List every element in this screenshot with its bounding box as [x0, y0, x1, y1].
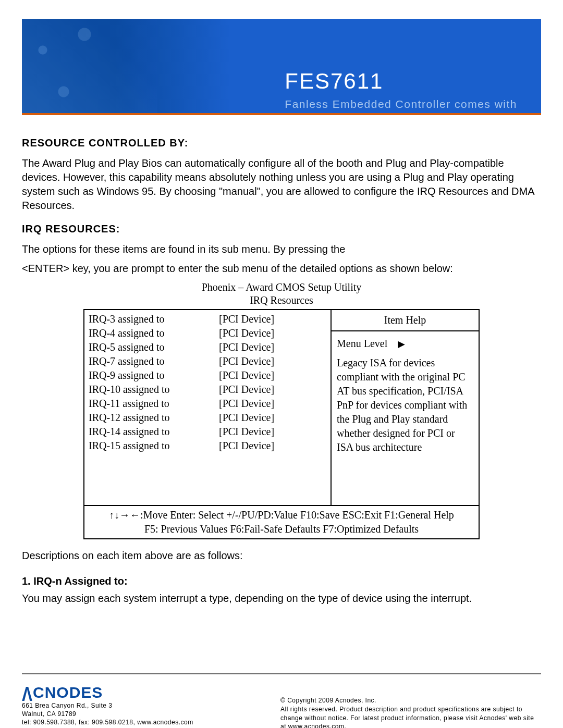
irq-label: IRQ-10 assigned to [84, 382, 215, 397]
page-footer: ΛCNODES 661 Brea Canyon Rd., Suite 3 Wal… [22, 673, 541, 728]
irq-label: IRQ-7 assigned to [84, 354, 215, 368]
resource-controlled-body: The Award Plug and Play Bios can automat… [22, 156, 541, 213]
irq-label: IRQ-4 assigned to [84, 326, 215, 340]
bios-irq-list: IRQ-3 assigned to[PCI Device] IRQ-4 assi… [84, 310, 331, 505]
menu-level-label: Menu Level [337, 338, 387, 349]
bios-screenshot: Phoenix – Award CMOS Setup Utility IRQ R… [83, 281, 480, 539]
table-row: IRQ-10 assigned to[PCI Device] [84, 382, 331, 397]
table-row: IRQ-4 assigned to[PCI Device] [84, 326, 331, 340]
header-banner: FES7611 Fanless Embedded Controller come… [22, 19, 541, 115]
table-row: IRQ-14 assigned to[PCI Device] [84, 425, 331, 439]
logo-text: CNODES [33, 684, 103, 701]
irq-label: IRQ-15 assigned to [84, 439, 215, 453]
disclaimer-text: All rights reserved. Product description… [280, 705, 541, 728]
irq-label: IRQ-14 assigned to [84, 425, 215, 439]
acnodes-logo: ΛCNODES [22, 684, 193, 701]
irq-label: IRQ-9 assigned to [84, 368, 215, 382]
bios-help-panel: Item Help Menu Level ▶ Legacy ISA for de… [331, 310, 479, 505]
descriptions-follow: Descriptions on each item above are as f… [22, 549, 541, 563]
item-help-body: Menu Level ▶ Legacy ISA for devices comp… [332, 331, 479, 505]
irq-value: [PCI Device] [215, 368, 331, 382]
irq-value: [PCI Device] [215, 425, 331, 439]
address-line2: Walnut, CA 91789 [22, 710, 193, 718]
table-row: IRQ-9 assigned to[PCI Device] [84, 368, 331, 382]
product-code: FES7611 [285, 69, 517, 94]
arrow-right-icon: ▶ [398, 339, 405, 349]
product-desc-line1: Fanless Embedded Controller comes with [285, 98, 517, 110]
irq-value: [PCI Device] [215, 312, 331, 326]
item-help-title: Item Help [332, 310, 479, 331]
resource-controlled-heading: RESOURCE CONTROLLED BY: [22, 137, 541, 149]
copyright-line: © Copyright 2009 Acnodes, Inc. [280, 696, 541, 705]
table-row: IRQ-3 assigned to[PCI Device] [84, 312, 331, 326]
address-line1: 661 Brea Canyon Rd., Suite 3 [22, 701, 193, 710]
bios-footer-line2: F5: Previous Values F6:Fail-Safe Default… [88, 522, 475, 536]
banner-text-block: FES7611 Fanless Embedded Controller come… [285, 69, 517, 115]
table-row: IRQ-11 assigned to[PCI Device] [84, 397, 331, 411]
irq-value: [PCI Device] [215, 326, 331, 340]
product-desc-line2: Intel Celeron M ULV 1.0GHz Processor [285, 112, 503, 115]
table-row: IRQ-5 assigned to[PCI Device] [84, 340, 331, 354]
irq-resources-heading: IRQ RESOURCES: [22, 223, 541, 235]
page-content: RESOURCE CONTROLLED BY: The Award Plug a… [22, 115, 541, 606]
bios-title: Phoenix – Award CMOS Setup Utility IRQ R… [83, 281, 480, 307]
irq-label: IRQ-12 assigned to [84, 411, 215, 425]
footer-right: © Copyright 2009 Acnodes, Inc. All right… [280, 684, 541, 728]
bios-title-line2: IRQ Resources [250, 294, 313, 306]
table-row: IRQ-15 assigned to[PCI Device] [84, 439, 331, 453]
bios-main-area: IRQ-3 assigned to[PCI Device] IRQ-4 assi… [84, 310, 479, 505]
irq-body-1: The options for these items are found in… [22, 242, 541, 256]
footer-address: 661 Brea Canyon Rd., Suite 3 Walnut, CA … [22, 701, 193, 727]
banner-decoration [22, 19, 157, 115]
irq-label: IRQ-5 assigned to [84, 340, 215, 354]
irqn-assigned-body: You may assign each system interrupt a t… [22, 591, 541, 606]
address-line3: tel: 909.598.7388, fax: 909.598.0218, ww… [22, 718, 193, 726]
irq-value: [PCI Device] [215, 340, 331, 354]
bios-footer: ↑↓→←:Move Enter: Select +/-/PU/PD:Value … [84, 505, 479, 538]
product-description: Fanless Embedded Controller comes with I… [285, 97, 517, 115]
table-row: IRQ-12 assigned to[PCI Device] [84, 411, 331, 425]
irqn-assigned-heading: 1. IRQ-n Assigned to: [22, 575, 541, 587]
irq-value: [PCI Device] [215, 397, 331, 411]
irq-value: [PCI Device] [215, 382, 331, 397]
irq-value: [PCI Device] [215, 439, 331, 453]
irq-label: IRQ-11 assigned to [84, 397, 215, 411]
bios-title-line1: Phoenix – Award CMOS Setup Utility [202, 281, 362, 293]
irq-value: [PCI Device] [215, 411, 331, 425]
footer-left: ΛCNODES 661 Brea Canyon Rd., Suite 3 Wal… [22, 684, 193, 728]
help-text: Legacy ISA for devices compliant with th… [337, 356, 473, 454]
irq-label: IRQ-3 assigned to [84, 312, 215, 326]
logo-caret-icon: Λ [22, 683, 33, 706]
irq-body-2: <ENTER> key, you are prompt to enter the… [22, 262, 541, 276]
bios-footer-line1: ↑↓→←:Move Enter: Select +/-/PU/PD:Value … [88, 508, 475, 522]
bios-table: IRQ-3 assigned to[PCI Device] IRQ-4 assi… [83, 309, 480, 539]
menu-level-row: Menu Level ▶ [337, 337, 473, 351]
irq-value: [PCI Device] [215, 354, 331, 368]
table-row: IRQ-7 assigned to[PCI Device] [84, 354, 331, 368]
